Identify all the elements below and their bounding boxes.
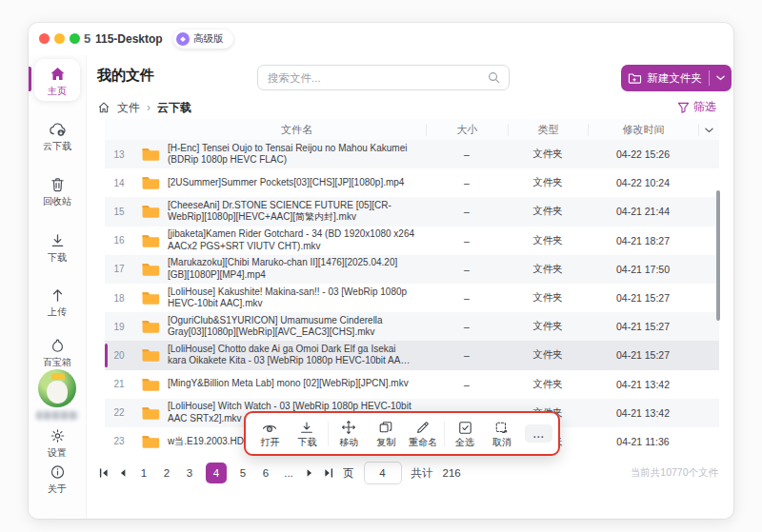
page-button-3[interactable]: 3 [183, 467, 196, 479]
avatar-decoration [51, 373, 65, 380]
funnel-icon [677, 101, 690, 114]
chevron-down-icon[interactable] [710, 75, 732, 81]
file-size: – [426, 292, 508, 304]
search-input[interactable] [258, 72, 488, 84]
zoom-button[interactable] [70, 33, 80, 44]
sidebar-item-download[interactable]: 下载 [29, 231, 86, 265]
info-icon [29, 463, 86, 481]
next-page-button[interactable] [305, 468, 314, 478]
column-header-name[interactable]: 文件名 [168, 123, 426, 137]
sidebar-item-home[interactable]: 主页 [34, 59, 80, 101]
row-number: 14 [105, 178, 133, 188]
sidebar-item-about[interactable]: 关于 [29, 463, 86, 496]
preview-eye-icon [251, 419, 289, 435]
sidebar-item-settings[interactable]: 设置 [29, 426, 86, 460]
file-size: – [426, 177, 508, 188]
page-ellipsis: ... [282, 467, 295, 479]
folder-icon [133, 204, 168, 219]
page-button-6[interactable]: 6 [259, 467, 272, 479]
new-folder-button[interactable]: 新建文件夹 [621, 65, 732, 91]
table-row[interactable]: 19 [OguriClub&S1YURICON] Umamusume Cinde… [105, 312, 719, 341]
table-row[interactable]: 13 [H-Enc] Tensei Oujo to Tensai Reijou … [105, 140, 719, 168]
download-button[interactable]: 下载 [289, 419, 326, 449]
file-name[interactable]: [CheeseAni] Dr.STONE SCIENCE FUTURE [05]… [168, 200, 426, 224]
file-modified: 04-21 18:27 [588, 235, 698, 246]
sidebar-item-upload[interactable]: 上传 [29, 286, 86, 319]
sidebar-item-label: 上传 [29, 305, 86, 319]
breadcrumb-current: 云下载 [157, 100, 191, 116]
column-header-type[interactable]: 类型 [508, 124, 588, 136]
cancel-selection-button[interactable]: 取消 [484, 419, 521, 449]
page-button-4-active[interactable]: 4 [206, 463, 227, 483]
row-number: 16 [105, 235, 133, 246]
treasure-box-icon [29, 336, 86, 354]
file-type: 文件夹 [508, 320, 588, 333]
table-row[interactable]: 15 [CheeseAni] Dr.STONE SCIENCE FUTURE [… [105, 197, 719, 226]
active-indicator [29, 67, 31, 91]
first-page-button[interactable] [99, 468, 109, 478]
filter-label: 筛选 [693, 99, 716, 115]
toolbar-label: 全选 [447, 436, 484, 449]
file-name[interactable]: [H-Enc] Tensei Oujo to Tensai Reijou no … [168, 143, 426, 167]
checkbox-checked-icon [447, 419, 484, 435]
page-button-2[interactable]: 2 [160, 467, 173, 479]
row-number: 19 [105, 322, 133, 332]
table-row[interactable]: 17 [Marukazoku][Chibi Maruko-chan II][14… [105, 255, 719, 284]
action-toolbar-highlighted: 打开 下载 移动 复制 重命名 [244, 411, 560, 456]
folder-icon [133, 290, 168, 305]
copy-button[interactable]: 复制 [368, 419, 405, 449]
minimize-button[interactable] [54, 33, 65, 44]
file-name[interactable]: [Marukazoku][Chibi Maruko-chan II][1476]… [168, 257, 426, 281]
file-modified: 04-22 10:24 [588, 177, 698, 188]
move-button[interactable]: 移动 [331, 419, 368, 449]
new-folder-label: 新建文件夹 [647, 71, 702, 86]
file-name[interactable]: [jibaketa]Kamen Rider Gotchard - 34 (BD … [168, 228, 426, 252]
breadcrumb-root[interactable]: 文件 [117, 100, 140, 116]
vertical-scrollbar[interactable] [716, 190, 720, 321]
table-row[interactable]: 16 [jibaketa]Kamen Rider Gotchard - 34 (… [105, 227, 719, 255]
file-modified: 04-21 11:36 [588, 436, 698, 447]
column-header-size[interactable]: 大小 [426, 124, 508, 136]
page-button-5[interactable]: 5 [236, 467, 250, 479]
file-name[interactable]: [OguriClub&S1YURICON] Umamusume Cinderel… [168, 315, 426, 339]
sidebar-item-treasure-box[interactable]: 百宝箱 [29, 336, 86, 369]
close-button[interactable] [39, 33, 50, 44]
sidebar-item-recycle-bin[interactable]: 回收站 [29, 175, 86, 208]
home-outline-icon[interactable] [97, 101, 110, 115]
file-modified: 04-21 13:42 [588, 407, 698, 419]
last-page-button[interactable] [324, 468, 333, 478]
file-name[interactable]: [LoliHouse] Kakushite! Makina-san!! - 03… [168, 286, 426, 310]
table-row[interactable]: 18 [LoliHouse] Kakushite! Makina-san!! -… [105, 284, 719, 312]
page-jump-input[interactable] [364, 462, 402, 484]
column-settings-chevron-icon[interactable] [698, 124, 719, 136]
avatar[interactable] [38, 369, 76, 407]
table-row[interactable]: 20 [LoliHouse] Chotto dake Ai ga Omoi Da… [105, 341, 719, 369]
sidebar-item-label: 下载 [29, 251, 86, 265]
gem-icon: ◆ [176, 32, 190, 46]
toolbar-divider [444, 422, 445, 446]
breadcrumb: 文件 › 云下载 [97, 99, 191, 116]
rename-button[interactable]: 重命名 [405, 419, 442, 449]
file-name[interactable]: [2USummer]Summer Pockets[03][CHS][JP][10… [168, 177, 426, 188]
prev-page-button[interactable] [118, 468, 128, 478]
column-header-modified[interactable]: 修改时间 [588, 124, 698, 136]
page-button-1[interactable]: 1 [137, 467, 150, 479]
table-row[interactable]: 14 [2USummer]Summer Pockets[03][CHS][JP]… [105, 168, 719, 197]
file-name[interactable]: [LoliHouse] Chotto dake Ai ga Omoi Dark … [168, 344, 426, 367]
filter-button[interactable]: 筛选 [677, 99, 716, 115]
open-button[interactable]: 打开 [251, 419, 289, 449]
file-modified: 04-21 15:27 [588, 321, 698, 332]
search-box[interactable] [257, 65, 510, 90]
file-type: 文件夹 [508, 263, 588, 276]
table-row[interactable]: 21 [MingY&Billion Meta Lab] mono [02][We… [105, 370, 719, 399]
select-all-button[interactable]: 全选 [447, 419, 484, 449]
premium-badge[interactable]: ◆ 高级版 [173, 30, 233, 49]
folder-icon [133, 147, 168, 162]
file-size: – [426, 264, 508, 275]
sidebar-item-cloud-download[interactable]: 云下载 [29, 120, 86, 153]
folder-icon [133, 319, 168, 334]
file-name[interactable]: [MingY&Billion Meta Lab] mono [02][WebRi… [168, 378, 426, 389]
folder-icon [133, 377, 168, 392]
more-actions-button[interactable]: ... [525, 424, 552, 443]
row-number: 20 [105, 350, 133, 361]
